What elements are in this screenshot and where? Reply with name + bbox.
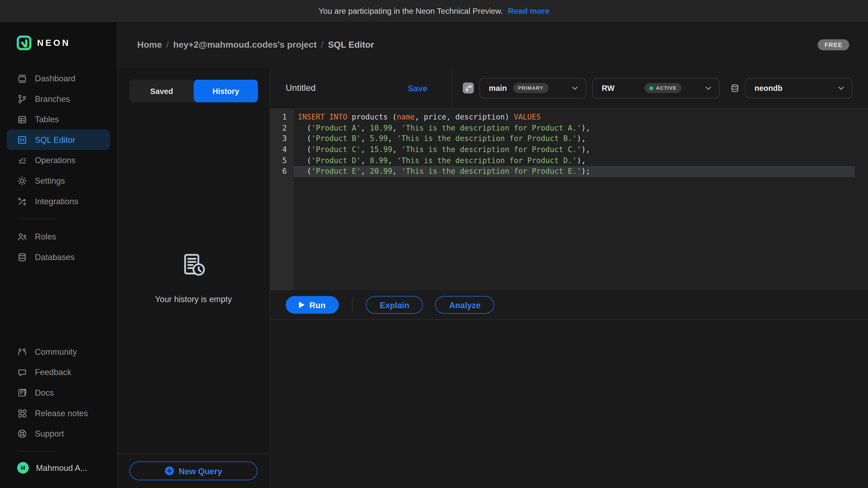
results-area: [270, 319, 868, 488]
code-line: ('Product E', 20.99, 'This is the descri…: [294, 166, 855, 177]
query-list-tabs: Saved History: [129, 80, 258, 102]
sidebar-item-roles[interactable]: Roles: [0, 226, 117, 247]
avatar: M: [17, 462, 29, 474]
save-button[interactable]: Save: [408, 84, 428, 93]
sidebar-item-operations[interactable]: Operations: [0, 150, 117, 170]
sidebar-item-release-notes[interactable]: Release notes: [0, 403, 117, 423]
sidebar-nav: Dashboard Branches Tables: [0, 68, 117, 267]
line-number: 2: [270, 123, 294, 133]
sidebar-item-community[interactable]: Community: [0, 341, 117, 362]
breadcrumb: Home / hey+2@mahmoud.codes's project / S…: [137, 40, 374, 50]
support-lifebuoy-icon: [17, 429, 27, 438]
sidebar-item-tables[interactable]: Tables: [0, 109, 117, 129]
roles-icon: [17, 232, 27, 241]
integrations-icon: [17, 196, 27, 206]
docs-icon: [17, 388, 27, 398]
sidebar-support-nav: Community Feedback Docs: [0, 341, 117, 474]
databases-icon: [17, 252, 27, 262]
history-empty-state: Your history is empty: [117, 102, 270, 454]
history-panel: Saved History Your history is empty: [117, 68, 270, 488]
database-select[interactable]: neondb: [745, 78, 852, 98]
code-line: ('Product B', 5.99, 'This is the descrip…: [294, 133, 855, 144]
endpoint-select[interactable]: RW ACTIVE: [592, 78, 719, 98]
query-title-group: Untitled Save: [270, 68, 452, 108]
neon-logo[interactable]: NEON: [0, 35, 117, 51]
code-line: ('Product D', 8.99, 'This is the descrip…: [294, 156, 855, 166]
branch-icon: [465, 84, 472, 92]
tab-history[interactable]: History: [194, 80, 258, 102]
sidebar-item-label: Branches: [35, 94, 70, 103]
sidebar-item-docs[interactable]: Docs: [0, 382, 117, 403]
analyze-button[interactable]: Analyze: [435, 296, 494, 314]
sidebar-item-integrations[interactable]: Integrations: [0, 191, 117, 212]
breadcrumb-home[interactable]: Home: [137, 40, 162, 50]
sidebar-item-databases[interactable]: Databases: [0, 247, 117, 267]
sidebar-item-label: Release notes: [35, 408, 88, 418]
line-number: 4: [270, 144, 294, 155]
code-line: ('Product C', 15.99, 'This is the descri…: [294, 144, 855, 155]
branch-select-value: main: [489, 84, 507, 92]
sidebar-divider: [20, 219, 56, 219]
breadcrumb-separator: /: [321, 40, 323, 50]
read-more-link[interactable]: Read more: [508, 6, 550, 15]
tab-saved[interactable]: Saved: [129, 80, 194, 102]
release-notes-icon: [17, 408, 27, 418]
sidebar-item-label: Support: [35, 429, 64, 438]
actions-divider: [352, 298, 352, 312]
plan-badge: FREE: [818, 39, 849, 51]
sidebar-item-label: Feedback: [35, 367, 71, 377]
sql-editor-panel: Untitled Save main: [270, 68, 868, 488]
sidebar-item-label: Docs: [35, 388, 54, 397]
line-number: 3: [270, 133, 294, 144]
breadcrumb-project[interactable]: hey+2@mahmoud.codes's project: [173, 40, 316, 50]
sql-code-editor[interactable]: 123456 INSERT INTO products (name, price…: [270, 108, 868, 291]
branches-icon: [17, 94, 27, 104]
branch-button[interactable]: [463, 83, 474, 94]
query-title[interactable]: Untitled: [286, 83, 316, 93]
editor-actions: Run Explain Analyze: [270, 291, 868, 319]
operations-icon: [17, 155, 27, 165]
sidebar-item-support[interactable]: Support: [0, 423, 117, 444]
connection-toolbar: main PRIMARY RW: [452, 68, 868, 108]
preview-banner: You are participating in the Neon Techni…: [0, 0, 868, 22]
editor-toolbar: Untitled Save main: [270, 68, 868, 108]
chevron-down-icon: [572, 86, 578, 90]
sidebar-item-settings[interactable]: Settings: [0, 170, 117, 191]
sidebar-item-branches[interactable]: Branches: [0, 89, 117, 109]
code-line: INSERT INTO products (name, price, descr…: [294, 112, 855, 123]
new-query-button[interactable]: New Query: [129, 461, 257, 480]
code-lines: INSERT INTO products (name, price, descr…: [294, 109, 868, 290]
feedback-icon: [17, 367, 27, 377]
tables-icon: [17, 114, 27, 124]
new-query-label: New Query: [179, 466, 222, 476]
sidebar-item-label: Databases: [35, 252, 74, 262]
history-empty-text: Your history is empty: [155, 294, 232, 304]
code-line: ('Product A', 10.99, 'This is the descri…: [294, 123, 855, 133]
play-icon: [299, 302, 304, 308]
status-dot: [649, 86, 653, 90]
sidebar-item-label: Tables: [35, 115, 59, 124]
endpoint-select-value: RW: [602, 84, 615, 92]
breadcrumb-current-page: SQL Editor: [328, 40, 374, 50]
sidebar-item-label: Integrations: [35, 196, 78, 206]
sidebar-item-label: Operations: [35, 156, 75, 165]
active-badge-label: ACTIVE: [656, 85, 677, 91]
sidebar-item-feedback[interactable]: Feedback: [0, 362, 117, 383]
main-area: Home / hey+2@mahmoud.codes's project / S…: [117, 22, 868, 488]
sidebar-item-label: SQL Editor: [35, 135, 75, 144]
run-button[interactable]: Run: [286, 296, 339, 314]
run-label: Run: [309, 300, 326, 310]
sidebar: NEON Dashboard Branches: [0, 22, 117, 488]
plus-circle-icon: [165, 466, 174, 475]
topbar: Home / hey+2@mahmoud.codes's project / S…: [117, 22, 868, 68]
explain-button[interactable]: Explain: [366, 296, 423, 314]
active-badge: ACTIVE: [644, 83, 682, 93]
sidebar-item-label: Settings: [35, 176, 65, 186]
sidebar-item-label: Roles: [35, 232, 56, 241]
sidebar-item-sql-editor[interactable]: SQL Editor: [6, 129, 110, 150]
branch-select[interactable]: main PRIMARY: [479, 78, 586, 98]
sidebar-item-dashboard[interactable]: Dashboard: [0, 68, 117, 89]
neon-console: You are participating in the Neon Techni…: [0, 0, 868, 488]
user-menu[interactable]: M Mahmoud A...: [0, 459, 117, 474]
dashboard-icon: [17, 73, 27, 83]
